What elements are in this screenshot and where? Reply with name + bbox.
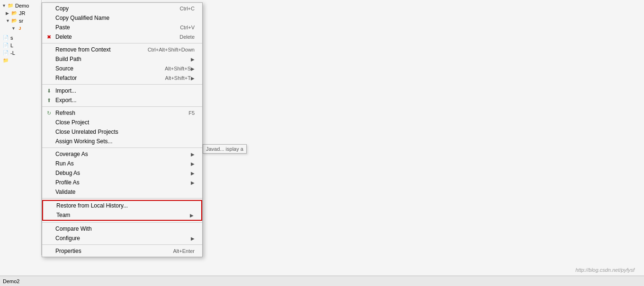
menu-item-configure[interactable]: Configure ▶ — [42, 234, 202, 243]
project-explorer: ▼ 📁 Demo ▶ 📂 JR ▼ 📂 sr ▼ J 📄 s 📄 L 📄 -L … — [0, 0, 42, 255]
menu-item-close-unrelated[interactable]: Close Unrelated Projects — [42, 127, 202, 137]
submenu-arrow: ▶ — [191, 76, 195, 81]
menu-item-remove-context[interactable]: Remove from Context Ctrl+Alt+Shift+Down — [42, 45, 202, 54]
submenu-arrow: ▶ — [191, 180, 195, 185]
tree-item-file1[interactable]: ▼ J — [0, 25, 41, 32]
menu-item-debug-as[interactable]: Debug As ▶ — [42, 168, 202, 178]
menu-item-refresh[interactable]: ↻ Refresh F5 — [42, 108, 202, 118]
watermark: http://blog.csdn.net/pyfysf — [575, 267, 635, 273]
highlighted-group: Restore from Local History... Team ▶ — [42, 200, 202, 221]
separator-3 — [42, 106, 202, 107]
tree-item-l2[interactable]: 📄 -L — [0, 49, 41, 57]
menu-item-run-as[interactable]: Run As ▶ — [42, 159, 202, 168]
menu-item-build-path[interactable]: Build Path ▶ — [42, 54, 202, 64]
separator-2 — [42, 84, 202, 85]
menu-item-copy[interactable]: Copy Ctrl+C — [42, 4, 202, 13]
separator-5 — [42, 198, 202, 199]
menu-item-validate[interactable]: Validate — [42, 187, 202, 197]
java-icon: J — [16, 25, 24, 32]
tooltip-popup: Javad... isplay a — [203, 144, 247, 154]
menu-item-close-project[interactable]: Close Project — [42, 118, 202, 127]
separator-7 — [42, 244, 202, 245]
tree-item-s[interactable]: 📄 s — [0, 34, 41, 42]
menu-item-team[interactable]: Team ▶ — [43, 210, 201, 220]
tree-item-l1[interactable]: 📄 L — [0, 42, 41, 49]
file-icon: 📄 — [2, 50, 9, 56]
tree-item-demo[interactable]: ▼ 📁 Demo — [0, 2, 41, 9]
separator-6 — [42, 222, 202, 223]
file-icon: 📄 — [2, 35, 9, 41]
menu-item-import[interactable]: ⬇ Import... — [42, 86, 202, 95]
submenu-arrow: ▶ — [190, 213, 194, 218]
status-bar: Demo2 — [0, 276, 644, 286]
refresh-icon: ↻ — [45, 109, 53, 117]
menu-item-restore-local[interactable]: Restore from Local History... — [43, 201, 201, 210]
menu-item-paste[interactable]: Paste Ctrl+V — [42, 23, 202, 32]
separator-4 — [42, 147, 202, 148]
file-icon: 📄 — [2, 42, 9, 49]
submenu-arrow: ▶ — [191, 161, 195, 166]
status-label: Demo2 — [3, 278, 19, 284]
tree-item-folder2[interactable]: 📁 — [0, 57, 41, 64]
menu-item-source[interactable]: Source Alt+Shift+S ▶ — [42, 64, 202, 73]
submenu-arrow: ▶ — [191, 66, 195, 71]
submenu-arrow: ▶ — [191, 236, 195, 241]
menu-item-refactor[interactable]: Refactor Alt+Shift+T ▶ — [42, 73, 202, 83]
menu-item-coverage-as[interactable]: Coverage As ▶ — [42, 149, 202, 159]
menu-item-export[interactable]: ⬆ Export... — [42, 95, 202, 105]
menu-item-delete[interactable]: ✖ Delete Delete — [42, 32, 202, 42]
export-icon: ⬆ — [45, 96, 53, 104]
project-icon: 📁 — [7, 2, 14, 9]
menu-item-assign-working-sets[interactable]: Assign Working Sets... — [42, 137, 202, 146]
folder-icon: 📂 — [10, 10, 18, 17]
folder-icon: 📂 — [10, 17, 18, 24]
submenu-arrow: ▶ — [191, 171, 195, 176]
menu-item-copy-qualified[interactable]: Copy Qualified Name — [42, 13, 202, 23]
import-icon: ⬇ — [45, 87, 53, 95]
submenu-arrow: ▶ — [191, 57, 195, 62]
menu-item-properties[interactable]: Properties Alt+Enter — [42, 246, 202, 256]
separator-1 — [42, 43, 202, 43]
context-menu: Copy Ctrl+C Copy Qualified Name Paste Ct… — [42, 2, 203, 257]
submenu-arrow: ▶ — [191, 152, 195, 157]
delete-icon: ✖ — [45, 33, 53, 41]
tree-item-sr[interactable]: ▼ 📂 sr — [0, 17, 41, 25]
menu-item-compare-with[interactable]: Compare With — [42, 224, 202, 234]
folder-icon: 📁 — [2, 57, 9, 64]
tree-item-jr[interactable]: ▶ 📂 JR — [0, 9, 41, 17]
menu-item-profile-as[interactable]: Profile As ▶ — [42, 178, 202, 187]
